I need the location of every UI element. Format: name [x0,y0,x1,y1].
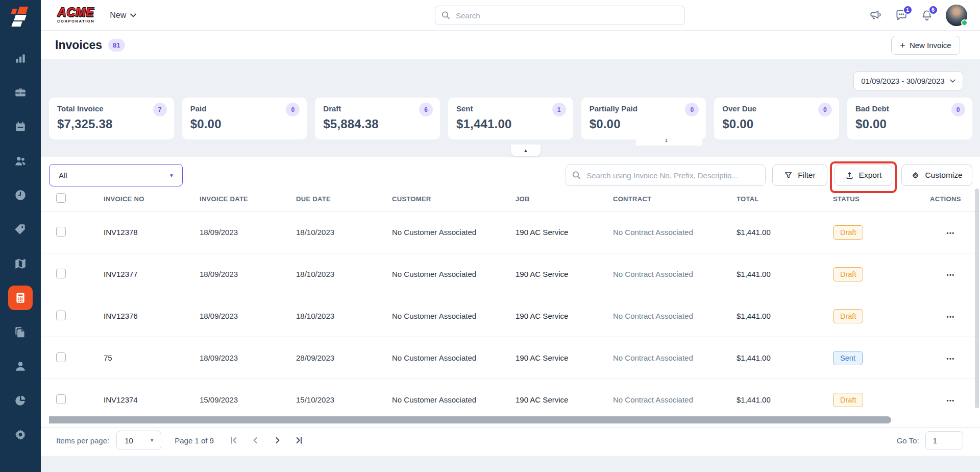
invoice-search-input[interactable] [566,164,766,186]
sidebar-nav [8,46,33,457]
table-toolbar: All ▼ Filter Export Customize [41,157,980,186]
megaphone-icon [869,9,883,22]
stat-card: Partially Paid 0 $0.00 [581,98,706,139]
column-header: JOB [516,195,613,203]
last-page-button[interactable] [293,435,304,445]
column-header: ACTIONS [930,195,972,203]
sidebar-item-invoices[interactable] [8,286,33,310]
date-range-selector[interactable]: 01/09/2023 - 30/09/2023 [853,72,963,90]
stat-card-count-badge: 0 [951,103,965,116]
sidebar-item-dashboard[interactable] [8,46,33,70]
total-cell: $1,441.00 [737,395,833,404]
search-icon [442,11,450,20]
collapse-stats-button[interactable]: ▲ [511,145,541,156]
date-range-value: 01/09/2023 - 30/09/2023 [861,77,944,85]
row-checkbox[interactable] [56,394,66,404]
total-cell: $1,441.00 [737,312,833,320]
upload-icon [845,171,854,180]
stat-card: Total Invoice 7 $7,325.38 [49,98,174,139]
due-date-cell: 15/10/2023 [296,395,392,404]
users-icon [14,154,27,168]
due-date-cell: 18/10/2023 [296,228,392,237]
due-date-cell: 18/10/2023 [296,312,392,320]
dropdown-arrow-icon: ▼ [169,173,174,178]
invoice-type-filter[interactable]: All ▼ [49,164,183,186]
notifications-badge: 6 [928,5,938,15]
row-actions-button[interactable]: ••• [947,230,955,236]
table-row[interactable]: INV12376 18/09/2023 18/10/2023 No Custom… [41,295,980,337]
invoice-table-body: INV12378 18/09/2023 18/10/2023 No Custom… [41,211,980,416]
global-search-input[interactable] [435,6,685,25]
row-actions-button[interactable]: ••• [947,314,955,320]
filter-button[interactable]: Filter [772,164,827,186]
invoice-count-badge: 81 [108,39,125,52]
new-menu-label: New [110,11,126,20]
sidebar-item-timesheets[interactable] [8,183,33,207]
row-checkbox[interactable] [56,269,66,278]
customer-cell: No Customer Associated [392,395,516,404]
row-actions-button[interactable]: ••• [947,397,955,404]
sidebar-item-map[interactable] [8,251,33,276]
contract-cell: No Contract Associated [613,228,737,237]
horizontal-scrollbar[interactable] [41,416,980,423]
stat-card-value: $7,325.38 [57,117,166,131]
vertical-scrollbar-thumb[interactable] [975,188,979,408]
sidebar [0,0,41,472]
chevron-right-icon [272,435,282,445]
invoice-no-cell: INV12374 [104,395,200,404]
filter-label: Filter [798,171,815,180]
column-header: INVOICE NO [104,195,200,203]
new-invoice-button[interactable]: + New Invoice [891,36,960,55]
stat-card-value: $0.00 [190,117,299,131]
contract-cell: No Contract Associated [613,270,737,278]
sidebar-item-schedule[interactable] [8,114,33,139]
sidebar-item-tags[interactable] [8,217,33,242]
horizontal-scrollbar-thumb[interactable] [49,416,891,423]
sidebar-item-settings[interactable] [8,422,33,447]
row-checkbox[interactable] [56,227,66,237]
page-header: Invoices 81 + New Invoice [41,31,980,59]
page-title: Invoices [55,38,102,52]
row-checkbox[interactable] [56,352,66,362]
go-to-page-input[interactable] [925,431,963,450]
table-row[interactable]: INV12374 15/09/2023 15/10/2023 No Custom… [41,379,980,416]
gear-icon [911,171,920,180]
export-button[interactable]: Export [835,164,893,186]
table-row[interactable]: INV12377 18/09/2023 18/10/2023 No Custom… [41,253,980,295]
sidebar-item-customers[interactable] [8,149,33,173]
sidebar-item-profile[interactable] [8,354,33,379]
stat-card-value: $1,441.00 [456,117,565,131]
company-logo-text: ACME [57,7,94,18]
tag-icon [14,223,27,236]
previous-page-button[interactable] [251,435,261,445]
first-page-button[interactable] [229,435,239,445]
row-actions-button[interactable]: ••• [947,272,955,278]
stat-card-count-badge: 0 [286,103,300,116]
sidebar-item-jobs[interactable] [8,80,33,105]
stat-card-label: Bad Debt [855,104,964,113]
customize-button[interactable]: Customize [901,164,972,186]
job-cell: 190 AC Service [516,228,613,237]
new-menu[interactable]: New [110,11,136,20]
zuper-logo[interactable] [8,4,33,29]
invoice-date-cell: 15/09/2023 [200,395,296,404]
contract-cell: No Contract Associated [613,312,737,320]
user-avatar[interactable] [946,5,967,26]
chat-button[interactable]: 1 [895,9,908,22]
ui-artifact: 1 [636,137,702,146]
company-logo[interactable]: ACME CORPORATION [57,7,94,23]
row-checkbox[interactable] [56,311,66,320]
invoice-type-filter-value: All [59,171,67,180]
plus-icon: + [900,40,905,50]
sidebar-item-reports[interactable] [8,388,33,413]
next-page-button[interactable] [272,435,282,445]
table-row[interactable]: 75 18/09/2023 28/09/2023 No Customer Ass… [41,337,980,379]
row-actions-button[interactable]: ••• [947,356,955,362]
table-row[interactable]: INV12378 18/09/2023 18/10/2023 No Custom… [41,211,980,253]
notifications-button[interactable]: 6 [920,9,934,22]
select-all-checkbox[interactable] [56,193,66,203]
sidebar-item-documents[interactable] [8,320,33,344]
status-badge: Draft [833,309,863,323]
items-per-page-select[interactable]: 10 ▼ [116,431,161,450]
announcements-button[interactable] [869,9,883,22]
